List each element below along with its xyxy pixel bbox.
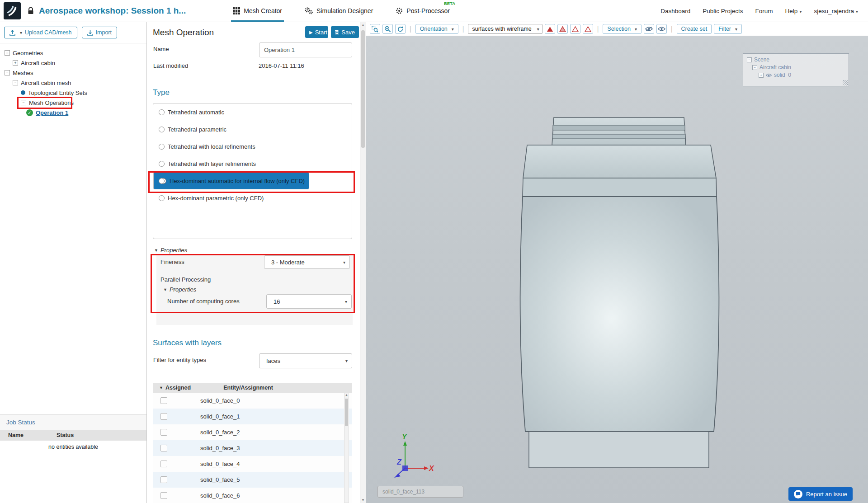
nav-help[interactable]: Help▾: [785, 8, 802, 14]
collapse-expander-icon[interactable]: −: [13, 80, 18, 85]
scroll-down-icon[interactable]: ▼: [360, 498, 366, 502]
scene-node-solid[interactable]: + solid_0: [759, 71, 845, 79]
scene-tree-overlay[interactable]: − Scene − Aircraft cabin + solid_0: [743, 53, 849, 86]
tree-item-mesh-operations[interactable]: − Mesh Operations: [0, 98, 146, 108]
option-tetrahedral-layer-refinements[interactable]: Tetrahedral with layer refinements: [153, 155, 352, 172]
inner-properties-toggle[interactable]: ▼ Properties: [163, 286, 196, 293]
radio-icon[interactable]: [159, 195, 165, 201]
play-icon: ▶: [309, 30, 313, 35]
tree-item-aircraft-cabin[interactable]: + Aircraft cabin: [0, 58, 146, 68]
start-button[interactable]: ▶ Start: [305, 26, 328, 38]
tab-simulation-designer[interactable]: Simulation Designer: [303, 0, 375, 22]
success-check-icon: ✓: [26, 109, 33, 116]
option-hex-dominant-internal[interactable]: Hex-dominant automatic for internal flow…: [153, 172, 309, 189]
separator: |: [597, 25, 599, 33]
mesh-quality-outline-button[interactable]: [570, 24, 580, 34]
scrollbar-thumb[interactable]: [345, 399, 348, 426]
tree-item-geometries[interactable]: − Geometries: [0, 48, 146, 58]
table-row[interactable]: solid_0_face_0: [153, 393, 352, 409]
zoom-window-button[interactable]: [370, 24, 380, 34]
tab-mesh-creator[interactable]: Mesh Creator: [231, 0, 284, 22]
report-issue-button[interactable]: Report an issue: [788, 487, 853, 501]
row-checkbox[interactable]: [160, 461, 167, 467]
tree-item-topological-entity-sets[interactable]: Topological Entity Sets: [0, 88, 146, 98]
viewport-canvas[interactable]: − Scene − Aircraft cabin + solid_0 Y: [366, 36, 868, 503]
user-menu[interactable]: sjesu_rajendra▾: [814, 8, 858, 14]
row-checkbox[interactable]: [160, 445, 167, 451]
expand-expander-icon[interactable]: +: [13, 60, 18, 66]
tree-item-meshes[interactable]: − Meshes: [0, 68, 146, 78]
faces-table: ▼ Assigned Entity/Assignment solid_0_fac…: [153, 383, 352, 503]
radio-icon[interactable]: [159, 127, 165, 132]
hide-selected-button[interactable]: [644, 24, 654, 34]
zoom-fit-button[interactable]: [382, 24, 393, 34]
radio-icon[interactable]: [159, 161, 165, 167]
import-button[interactable]: Import: [82, 27, 117, 38]
aircraft-cabin-model[interactable]: [366, 36, 868, 503]
display-mode-select[interactable]: surfaces with wireframe ▾: [468, 24, 542, 34]
collapse-expander-icon[interactable]: −: [747, 57, 752, 62]
table-row[interactable]: solid_0_face_6: [153, 488, 352, 503]
row-checkbox[interactable]: [160, 397, 167, 404]
scene-node-aircraft-cabin[interactable]: − Aircraft cabin: [752, 64, 845, 71]
radio-icon[interactable]: [159, 178, 165, 184]
tree-item-aircraft-cabin-mesh[interactable]: − Aircraft cabin mesh: [0, 78, 146, 88]
last-modified-value: 2016-07-11 11:16: [259, 62, 304, 69]
collapse-expander-icon[interactable]: −: [752, 65, 757, 70]
table-row[interactable]: solid_0_face_3: [153, 440, 352, 456]
filter-button[interactable]: Filter ▾: [714, 24, 742, 34]
show-all-button[interactable]: [656, 24, 667, 34]
table-row[interactable]: solid_0_face_1: [153, 409, 352, 424]
radio-icon[interactable]: [159, 109, 165, 115]
name-input[interactable]: [259, 42, 352, 57]
row-checkbox[interactable]: [160, 476, 167, 483]
table-row[interactable]: solid_0_face_5: [153, 472, 352, 488]
row-checkbox[interactable]: [160, 413, 167, 420]
simscale-logo[interactable]: [4, 2, 21, 19]
radio-icon[interactable]: [159, 144, 165, 150]
table-row[interactable]: solid_0_face_2: [153, 424, 352, 440]
job-status-column: Status: [57, 432, 74, 438]
mesh-quality-detail-button[interactable]: [583, 24, 593, 34]
caret-down-icon: ▾: [735, 27, 737, 32]
eye-icon[interactable]: [766, 73, 772, 77]
resize-grip[interactable]: [843, 80, 848, 85]
create-set-button[interactable]: Create set: [677, 24, 712, 34]
faces-table-header: ▼ Assigned Entity/Assignment: [153, 383, 352, 393]
tab-post-processor[interactable]: BETA Post-Processor: [394, 0, 452, 22]
entity-filter-select[interactable]: faces ▾: [259, 353, 352, 368]
fineness-select[interactable]: 3 - Moderate ▾: [264, 255, 350, 269]
upload-cad-button[interactable]: ▾ Upload CAD/mesh: [4, 27, 77, 38]
reset-view-button[interactable]: [395, 24, 406, 34]
properties-toggle[interactable]: ▼ Properties: [154, 247, 187, 254]
table-scrollbar[interactable]: ▲: [344, 393, 349, 503]
nav-dashboard[interactable]: Dashboard: [660, 8, 690, 14]
logo-swirl-icon: [6, 5, 19, 17]
mesh-quality-shaded-button[interactable]: [557, 24, 568, 34]
option-tetrahedral-automatic[interactable]: Tetrahedral automatic: [153, 103, 352, 121]
save-button[interactable]: Save: [331, 26, 359, 38]
expand-expander-icon[interactable]: +: [759, 73, 764, 78]
row-checkbox[interactable]: [160, 492, 167, 499]
panel-scrollbar[interactable]: ▲ ▼: [360, 22, 366, 503]
scene-node[interactable]: − Scene: [747, 56, 845, 64]
sort-down-icon[interactable]: ▼: [159, 385, 163, 390]
tree-item-operation-1[interactable]: ✓ Operation 1: [0, 108, 146, 118]
scroll-up-icon[interactable]: ▲: [360, 23, 366, 27]
option-tetrahedral-parametric[interactable]: Tetrahedral parametric: [153, 121, 352, 138]
option-hex-dominant-parametric[interactable]: Hex-dominant parametric (only CFD): [153, 189, 352, 207]
mesh-quality-solid-button[interactable]: [545, 24, 555, 34]
nav-public-projects[interactable]: Public Projects: [703, 8, 743, 14]
selection-button[interactable]: Selection ▾: [603, 24, 641, 34]
option-tetrahedral-local-refinements[interactable]: Tetrahedral with local refinements: [153, 138, 352, 155]
scrollbar-thumb[interactable]: [361, 30, 365, 148]
computing-cores-select[interactable]: 16 ▾: [266, 294, 352, 309]
row-checkbox[interactable]: [160, 429, 167, 436]
collapse-expander-icon[interactable]: −: [21, 100, 26, 105]
collapse-expander-icon[interactable]: −: [5, 70, 10, 75]
nav-forum[interactable]: Forum: [755, 8, 773, 14]
table-row[interactable]: solid_0_face_4: [153, 456, 352, 472]
collapse-expander-icon[interactable]: −: [5, 50, 10, 56]
orientation-button[interactable]: Orientation ▾: [415, 24, 458, 34]
scroll-up-icon[interactable]: ▲: [345, 393, 348, 396]
